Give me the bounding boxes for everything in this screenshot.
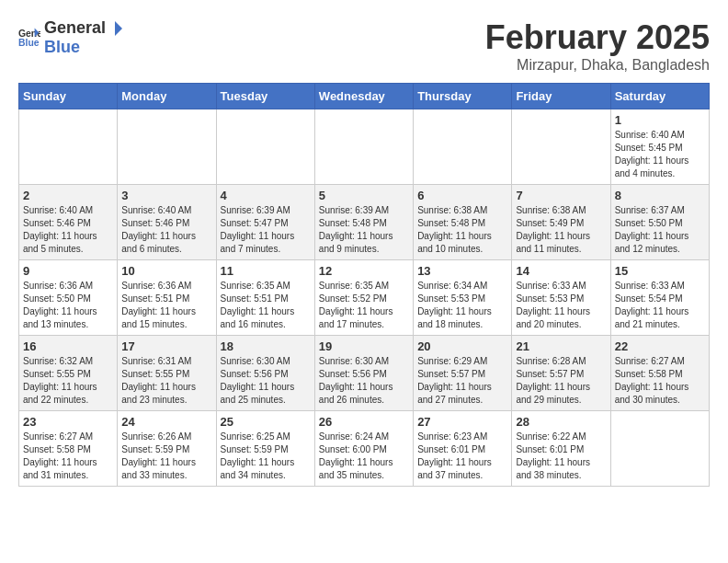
day-number: 25 <box>221 415 311 429</box>
day-number: 10 <box>121 264 211 278</box>
day-info: Sunrise: 6:27 AM Sunset: 5:58 PM Dayligh… <box>23 431 113 482</box>
day-info: Sunrise: 6:32 AM Sunset: 5:55 PM Dayligh… <box>23 355 113 407</box>
day-info: Sunrise: 6:30 AM Sunset: 5:56 PM Dayligh… <box>319 355 409 407</box>
calendar-cell <box>216 109 314 185</box>
day-number: 6 <box>417 189 507 202</box>
day-info: Sunrise: 6:39 AM Sunset: 5:47 PM Dayligh… <box>221 204 311 256</box>
calendar-cell: 25Sunrise: 6:25 AM Sunset: 5:59 PM Dayli… <box>216 411 314 487</box>
subtitle: Mirzapur, Dhaka, Bangladesh <box>485 57 710 74</box>
calendar-cell: 1Sunrise: 6:40 AM Sunset: 5:45 PM Daylig… <box>610 109 709 185</box>
logo-blue: Blue <box>44 38 80 56</box>
day-number: 5 <box>319 189 409 202</box>
day-number: 14 <box>516 264 606 278</box>
calendar-cell: 6Sunrise: 6:38 AM Sunset: 5:48 PM Daylig… <box>414 185 512 260</box>
calendar-week-row: 1Sunrise: 6:40 AM Sunset: 5:45 PM Daylig… <box>19 109 710 185</box>
calendar-week-row: 16Sunrise: 6:32 AM Sunset: 5:55 PM Dayli… <box>19 336 710 411</box>
day-number: 15 <box>615 264 705 278</box>
svg-marker-2 <box>115 21 122 36</box>
weekday-header-saturday: Saturday <box>610 84 709 109</box>
day-info: Sunrise: 6:23 AM Sunset: 6:01 PM Dayligh… <box>417 431 507 482</box>
calendar-cell: 13Sunrise: 6:34 AM Sunset: 5:53 PM Dayli… <box>414 260 512 336</box>
day-info: Sunrise: 6:30 AM Sunset: 5:56 PM Dayligh… <box>221 355 311 407</box>
day-number: 3 <box>121 189 211 202</box>
day-info: Sunrise: 6:38 AM Sunset: 5:49 PM Dayligh… <box>516 204 606 256</box>
day-info: Sunrise: 6:35 AM Sunset: 5:51 PM Dayligh… <box>221 280 311 331</box>
day-info: Sunrise: 6:36 AM Sunset: 5:51 PM Dayligh… <box>121 280 211 331</box>
day-number: 9 <box>23 264 113 278</box>
day-number: 17 <box>121 339 211 353</box>
day-info: Sunrise: 6:24 AM Sunset: 6:00 PM Dayligh… <box>319 431 409 482</box>
calendar-cell: 3Sunrise: 6:40 AM Sunset: 5:46 PM Daylig… <box>118 185 216 260</box>
logo-icon: General Blue <box>18 27 40 49</box>
calendar-cell: 26Sunrise: 6:24 AM Sunset: 6:00 PM Dayli… <box>314 411 413 487</box>
calendar-cell: 2Sunrise: 6:40 AM Sunset: 5:46 PM Daylig… <box>19 185 118 260</box>
day-info: Sunrise: 6:25 AM Sunset: 5:59 PM Dayligh… <box>221 431 311 482</box>
day-info: Sunrise: 6:34 AM Sunset: 5:53 PM Dayligh… <box>417 280 507 331</box>
calendar-cell: 11Sunrise: 6:35 AM Sunset: 5:51 PM Dayli… <box>216 260 314 336</box>
day-number: 24 <box>121 415 211 429</box>
calendar-cell: 22Sunrise: 6:27 AM Sunset: 5:58 PM Dayli… <box>610 336 709 411</box>
calendar-cell: 8Sunrise: 6:37 AM Sunset: 5:50 PM Daylig… <box>610 185 709 260</box>
logo: General Blue General Blue <box>18 18 124 57</box>
weekday-header-wednesday: Wednesday <box>314 84 413 109</box>
header: General Blue General Blue February 2025 … <box>18 18 710 74</box>
weekday-header-thursday: Thursday <box>414 84 512 109</box>
day-number: 27 <box>417 415 507 429</box>
day-info: Sunrise: 6:40 AM Sunset: 5:46 PM Dayligh… <box>23 204 113 256</box>
weekday-header-row: SundayMondayTuesdayWednesdayThursdayFrid… <box>19 84 710 109</box>
logo-general: General <box>44 18 106 38</box>
main-title: February 2025 <box>485 18 710 57</box>
calendar-cell <box>610 411 709 487</box>
calendar-cell <box>512 109 610 185</box>
day-number: 13 <box>417 264 507 278</box>
day-number: 23 <box>23 415 113 429</box>
day-info: Sunrise: 6:31 AM Sunset: 5:55 PM Dayligh… <box>121 355 211 407</box>
calendar-week-row: 23Sunrise: 6:27 AM Sunset: 5:58 PM Dayli… <box>19 411 710 487</box>
day-info: Sunrise: 6:40 AM Sunset: 5:45 PM Dayligh… <box>615 129 705 180</box>
day-number: 20 <box>417 339 507 353</box>
calendar-cell: 27Sunrise: 6:23 AM Sunset: 6:01 PM Dayli… <box>414 411 512 487</box>
calendar-cell: 12Sunrise: 6:35 AM Sunset: 5:52 PM Dayli… <box>314 260 413 336</box>
calendar-cell: 10Sunrise: 6:36 AM Sunset: 5:51 PM Dayli… <box>118 260 216 336</box>
calendar-cell: 4Sunrise: 6:39 AM Sunset: 5:47 PM Daylig… <box>216 185 314 260</box>
day-info: Sunrise: 6:33 AM Sunset: 5:53 PM Dayligh… <box>516 280 606 331</box>
day-number: 21 <box>516 339 606 353</box>
day-number: 28 <box>516 415 606 429</box>
day-info: Sunrise: 6:37 AM Sunset: 5:50 PM Dayligh… <box>615 204 705 256</box>
calendar-cell <box>314 109 413 185</box>
calendar-cell: 23Sunrise: 6:27 AM Sunset: 5:58 PM Dayli… <box>19 411 118 487</box>
day-number: 4 <box>221 189 311 202</box>
day-info: Sunrise: 6:27 AM Sunset: 5:58 PM Dayligh… <box>615 355 705 407</box>
title-section: February 2025 Mirzapur, Dhaka, Banglades… <box>485 18 710 74</box>
calendar-cell: 21Sunrise: 6:28 AM Sunset: 5:57 PM Dayli… <box>512 336 610 411</box>
day-number: 16 <box>23 339 113 353</box>
day-info: Sunrise: 6:39 AM Sunset: 5:48 PM Dayligh… <box>319 204 409 256</box>
day-info: Sunrise: 6:36 AM Sunset: 5:50 PM Dayligh… <box>23 280 113 331</box>
day-info: Sunrise: 6:28 AM Sunset: 5:57 PM Dayligh… <box>516 355 606 407</box>
calendar-cell <box>19 109 118 185</box>
weekday-header-sunday: Sunday <box>19 84 118 109</box>
calendar-cell: 17Sunrise: 6:31 AM Sunset: 5:55 PM Dayli… <box>118 336 216 411</box>
svg-text:Blue: Blue <box>18 38 40 48</box>
weekday-header-tuesday: Tuesday <box>216 84 314 109</box>
day-number: 19 <box>319 339 409 353</box>
day-info: Sunrise: 6:35 AM Sunset: 5:52 PM Dayligh… <box>319 280 409 331</box>
weekday-header-monday: Monday <box>118 84 216 109</box>
calendar-cell: 18Sunrise: 6:30 AM Sunset: 5:56 PM Dayli… <box>216 336 314 411</box>
day-number: 11 <box>221 264 311 278</box>
day-number: 1 <box>615 113 705 127</box>
calendar-cell: 24Sunrise: 6:26 AM Sunset: 5:59 PM Dayli… <box>118 411 216 487</box>
calendar-cell <box>414 109 512 185</box>
calendar-cell: 16Sunrise: 6:32 AM Sunset: 5:55 PM Dayli… <box>19 336 118 411</box>
calendar-cell <box>118 109 216 185</box>
calendar-cell: 28Sunrise: 6:22 AM Sunset: 6:01 PM Dayli… <box>512 411 610 487</box>
day-info: Sunrise: 6:40 AM Sunset: 5:46 PM Dayligh… <box>121 204 211 256</box>
calendar-cell: 19Sunrise: 6:30 AM Sunset: 5:56 PM Dayli… <box>314 336 413 411</box>
day-number: 2 <box>23 189 113 202</box>
logo-arrow-icon <box>106 19 124 38</box>
calendar-week-row: 2Sunrise: 6:40 AM Sunset: 5:46 PM Daylig… <box>19 185 710 260</box>
day-number: 22 <box>615 339 705 353</box>
calendar-cell: 5Sunrise: 6:39 AM Sunset: 5:48 PM Daylig… <box>314 185 413 260</box>
calendar-table: SundayMondayTuesdayWednesdayThursdayFrid… <box>18 83 710 487</box>
day-info: Sunrise: 6:22 AM Sunset: 6:01 PM Dayligh… <box>516 431 606 482</box>
